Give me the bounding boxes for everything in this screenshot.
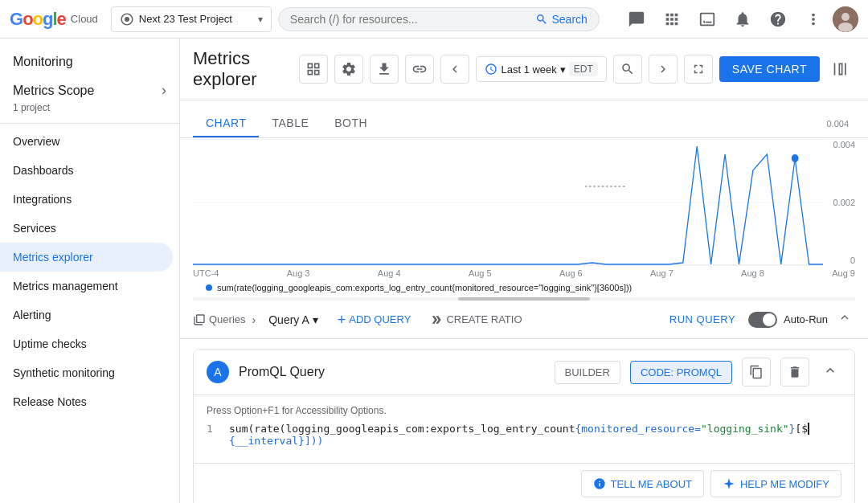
next-icon-button[interactable] — [649, 55, 678, 84]
scope-subtitle: 1 project — [0, 102, 179, 120]
search-time-icon-button[interactable] — [613, 55, 642, 84]
ratio-icon — [430, 313, 443, 326]
query-card-title: PromQL Query — [239, 365, 545, 379]
more-vert-icon — [805, 10, 822, 28]
sidebar-item-synthetic-monitoring[interactable]: Synthetic monitoring — [0, 358, 173, 387]
sidebar-item-overview[interactable]: Overview — [0, 127, 173, 156]
accessibility-note: Press Option+F1 for Accessibility Option… — [207, 405, 841, 416]
panel-collapse-icon — [833, 61, 849, 77]
copy-icon — [749, 365, 764, 379]
scope-title: Metrics Scope — [13, 84, 94, 98]
bell-icon-button[interactable] — [727, 3, 759, 35]
builder-button[interactable]: BUILDER — [555, 361, 620, 384]
sidebar: Monitoring Metrics Scope › 1 project Ove… — [0, 39, 180, 503]
search-button[interactable]: Search — [535, 13, 587, 26]
create-ratio-label: CREATE RATIO — [446, 313, 522, 325]
explorer-header: Metrics explorer — [180, 39, 868, 100]
auto-run-switch[interactable] — [748, 312, 777, 328]
list-icon — [193, 313, 206, 326]
collapse-panel-button[interactable] — [826, 55, 855, 84]
sidebar-item-dashboards[interactable]: Dashboards — [0, 156, 173, 185]
search-label: Search — [551, 13, 587, 26]
chart-area: 0.004 0.002 0 — [180, 138, 868, 297]
tab-both[interactable]: BOTH — [321, 110, 380, 137]
search-icon — [535, 13, 548, 26]
expand-queries-button[interactable] — [834, 307, 855, 332]
top-navigation: Google Cloud Next 23 Test Project ▾ Sear… — [0, 0, 868, 39]
search-bar[interactable]: Search — [278, 7, 600, 31]
tell-me-label: TELL ME ABOUT — [611, 478, 692, 490]
add-query-button[interactable]: + ADD QUERY — [331, 309, 418, 330]
chart-legend: sum(rate(logging_googleapis_com:exports_… — [193, 278, 855, 297]
sidebar-item-services[interactable]: Services — [0, 214, 173, 243]
grid-icon — [663, 10, 681, 28]
cloud-label: Cloud — [71, 13, 98, 25]
tab-table[interactable]: TABLE — [259, 110, 321, 137]
query-toolbar: Queries › Query A ▾ + ADD QUERY CREATE R… — [180, 301, 868, 339]
query-letter-badge: A — [207, 361, 229, 383]
sidebar-item-metrics-management[interactable]: Metrics management — [0, 272, 173, 301]
svg-point-0 — [125, 17, 129, 22]
chevron-left-icon — [448, 62, 462, 76]
create-ratio-button[interactable]: CREATE RATIO — [424, 310, 528, 329]
legend-label: sum(rate(logging_googleapis_com:exports_… — [217, 283, 632, 292]
run-query-button[interactable]: RUN QUERY — [663, 310, 742, 329]
query-actions-bottom: TELL ME ABOUT HELP ME MODIFY — [194, 463, 854, 503]
sidebar-item-release-notes[interactable]: Release Notes — [0, 387, 173, 416]
breadcrumb-arrow: › — [252, 313, 256, 326]
avatar[interactable] — [833, 6, 858, 32]
metrics-scope-header[interactable]: Metrics Scope › — [0, 72, 179, 102]
more-icon-button[interactable] — [797, 3, 829, 35]
add-query-label: ADD QUERY — [349, 313, 411, 325]
chart-tabs: CHART TABLE BOTH 0.004 — [180, 100, 868, 138]
terminal-icon-button[interactable] — [691, 3, 723, 35]
timezone-badge: EDT — [569, 62, 598, 76]
query-editor[interactable]: Press Option+F1 for Accessibility Option… — [194, 395, 854, 456]
delete-query-button[interactable] — [780, 358, 809, 386]
auto-run-toggle: Auto-Run — [748, 312, 828, 328]
sidebar-item-uptime-checks[interactable]: Uptime checks — [0, 329, 173, 358]
project-icon — [120, 12, 134, 27]
search-input[interactable] — [290, 13, 530, 26]
code-promql-button[interactable]: CODE: PROMQL — [630, 361, 732, 384]
apps-icon-button[interactable] — [656, 3, 688, 35]
save-chart-button[interactable]: SAVE CHART — [719, 56, 820, 82]
project-name: Next 23 Test Project — [139, 13, 253, 25]
help-me-modify-button[interactable]: HELP ME MODIFY — [710, 470, 841, 497]
query-selector[interactable]: Query A ▾ — [262, 310, 325, 329]
svg-point-3 — [838, 22, 853, 32]
collapse-icon — [822, 362, 838, 378]
settings-icon-button[interactable] — [334, 55, 363, 84]
tab-chart[interactable]: CHART — [193, 110, 259, 137]
chart-scrollbar[interactable] — [193, 297, 855, 301]
main-content: Metrics explorer — [180, 39, 868, 503]
help-icon-button[interactable] — [762, 3, 794, 35]
fullscreen-icon-button[interactable] — [684, 55, 713, 84]
queries-label: Queries — [193, 313, 246, 326]
app-title: Monitoring — [0, 45, 179, 72]
copy-query-button[interactable] — [742, 358, 771, 386]
promql-query-card: A PromQL Query BUILDER CODE: PROMQL — [193, 349, 855, 503]
link-icon — [411, 61, 428, 77]
code-line-1: 1 sum(rate(logging_googleapis_com:export… — [207, 423, 841, 435]
auto-run-label: Auto-Run — [784, 313, 828, 325]
collapse-query-button[interactable] — [819, 359, 841, 386]
chat-icon-button[interactable] — [620, 3, 653, 35]
scrollbar-thumb[interactable] — [458, 297, 591, 301]
link-icon-button[interactable] — [405, 55, 434, 84]
chevron-right-icon — [656, 62, 670, 76]
save-to-dashboard-icon-button[interactable] — [299, 55, 328, 84]
tell-me-about-button[interactable]: TELL ME ABOUT — [581, 470, 704, 497]
time-range-label: Last 1 week — [501, 63, 556, 76]
sidebar-item-integrations[interactable]: Integrations — [0, 185, 173, 214]
line-number: 1 — [207, 423, 219, 435]
sidebar-item-alerting[interactable]: Alerting — [0, 301, 173, 329]
time-range-selector[interactable]: Last 1 week ▾ EDT — [476, 56, 606, 82]
project-selector[interactable]: Next 23 Test Project ▾ — [111, 6, 272, 32]
prev-icon-button[interactable] — [440, 55, 469, 84]
sidebar-item-metrics-explorer[interactable]: Metrics explorer — [0, 243, 173, 272]
download-icon-button[interactable] — [370, 55, 399, 84]
expand-icon: › — [162, 82, 166, 99]
download-icon — [376, 61, 392, 77]
delete-icon — [788, 365, 802, 379]
